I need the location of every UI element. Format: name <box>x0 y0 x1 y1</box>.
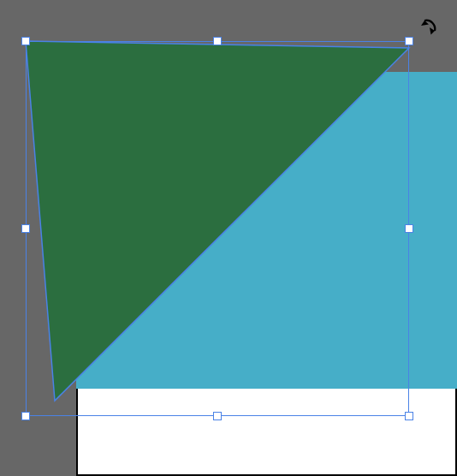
handle-bottom-right[interactable] <box>405 412 413 420</box>
handle-bottom-mid[interactable] <box>213 412 222 420</box>
svg-marker-3 <box>430 27 435 35</box>
handle-mid-left[interactable] <box>21 224 30 233</box>
svg-marker-2 <box>421 21 429 26</box>
handle-bottom-left[interactable] <box>21 412 30 420</box>
handle-top-right[interactable] <box>405 37 413 45</box>
handle-mid-right[interactable] <box>405 224 413 233</box>
rotate-handle-icon[interactable] <box>419 10 445 39</box>
handle-top-mid[interactable] <box>213 37 222 45</box>
selection-shape-outline <box>0 0 457 476</box>
svg-marker-1 <box>26 41 409 401</box>
handle-top-left[interactable] <box>21 37 30 45</box>
